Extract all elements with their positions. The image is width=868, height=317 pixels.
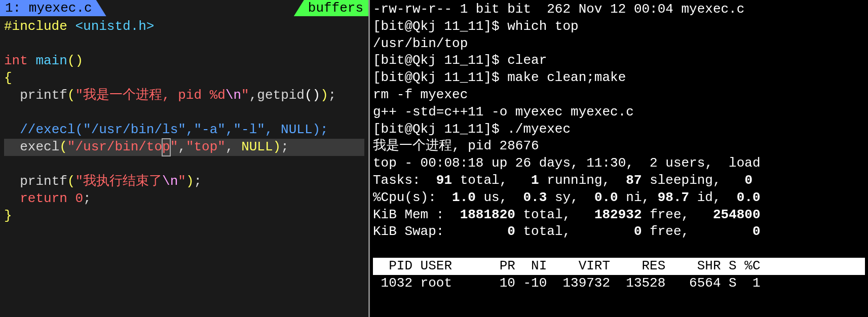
shell-prompt: [bit@Qkj 11_11]$ clear (373, 52, 865, 69)
code-line: printf("我是一个进程, pid %d\n",getpid()); (4, 87, 364, 104)
top-swap: KiB Swap: 0 total, 0 free, 0 (373, 223, 865, 241)
string-literal: "top" (186, 139, 225, 154)
string-literal: "我执行结束了 (75, 174, 162, 189)
code-line: int main() (4, 53, 364, 70)
getpid-call: getpid (257, 88, 305, 103)
buffers-tab[interactable]: buffers (294, 0, 368, 16)
execl-call: execl (20, 139, 59, 154)
code-line: { (4, 70, 364, 87)
null-keyword: NULL (241, 139, 273, 154)
code-line-blank (4, 104, 364, 122)
top-columns-header: PID USER PR NI VIRT RES SHR S %C (373, 258, 865, 275)
printf-call: printf (20, 174, 67, 189)
code-line: //execl("/usr/bin/ls","-a","-l", NULL); (4, 122, 364, 139)
shell-prompt: [bit@Qkj 11_11]$ make clean;make (373, 69, 865, 87)
string-literal: "我是一个进程, pid %d (75, 88, 225, 103)
which-output: /usr/bin/top (373, 35, 865, 53)
top-mem: KiB Mem : 1881820 total, 182932 free, 25… (373, 207, 865, 224)
string-literal: "/usr/bin/to (67, 139, 162, 154)
code-line: #include <unistd.h> (4, 18, 364, 35)
code-line-blank (4, 156, 364, 173)
top-cpu: %Cpu(s): 1.0 us, 0.3 sy, 0.0 ni, 98.7 id… (373, 189, 865, 207)
shell-prompt: [bit@Qkj 11_11]$ which top (373, 18, 865, 35)
editor-pane: 1: myexec.c buffers #include <unistd.h> … (0, 0, 370, 317)
number-literal: 0 (75, 191, 83, 206)
program-output: 我是一个进程, pid 28676 (373, 138, 865, 155)
make-output: g++ -std=c++11 -o myexec myexec.c (373, 104, 865, 121)
top-header: top - 00:08:18 up 26 days, 11:30, 2 user… (373, 155, 865, 172)
code-area[interactable]: #include <unistd.h> int main() { printf(… (0, 16, 368, 227)
code-line-blank (4, 35, 364, 53)
top-tasks: Tasks: 91 total, 1 running, 87 sleeping,… (373, 172, 865, 189)
code-line: return 0; (4, 190, 364, 208)
top-process-row: 1032 root 10 -10 139732 13528 6564 S 1 (373, 275, 865, 292)
header-name: <unistd.h> (67, 19, 155, 34)
ls-output: -rw-rw-r-- 1 bit bit 262 Nov 12 00:04 my… (373, 1, 865, 18)
preproc: #include (4, 19, 67, 34)
cursor: p (162, 139, 170, 156)
string-literal: " (241, 88, 249, 103)
printf-call: printf (20, 88, 67, 103)
string-literal: " (178, 174, 186, 189)
terminal-pane[interactable]: -rw-rw-r-- 1 bit bit 262 Nov 12 00:04 my… (370, 0, 868, 317)
editor-tab-bar: 1: myexec.c buffers (0, 0, 368, 16)
make-output: rm -f myexec (373, 87, 865, 104)
main-func: main (28, 53, 67, 68)
string-literal: " (170, 139, 178, 154)
code-line: printf("我执行结束了\n"); (4, 173, 364, 190)
escape-char: \n (162, 174, 178, 189)
code-line-current: execl("/usr/bin/top","top", NULL); (4, 139, 364, 156)
code-line: } (4, 208, 364, 225)
comment: //execl("/usr/bin/ls","-a","-l", NULL); (20, 122, 328, 137)
return-keyword: return (20, 191, 67, 206)
current-buffer-tab[interactable]: 1: myexec.c (0, 0, 106, 16)
blank-line (373, 241, 865, 258)
shell-prompt: [bit@Qkj 11_11]$ ./myexec (373, 121, 865, 138)
escape-char: \n (225, 88, 241, 103)
int-keyword: int (4, 53, 28, 68)
